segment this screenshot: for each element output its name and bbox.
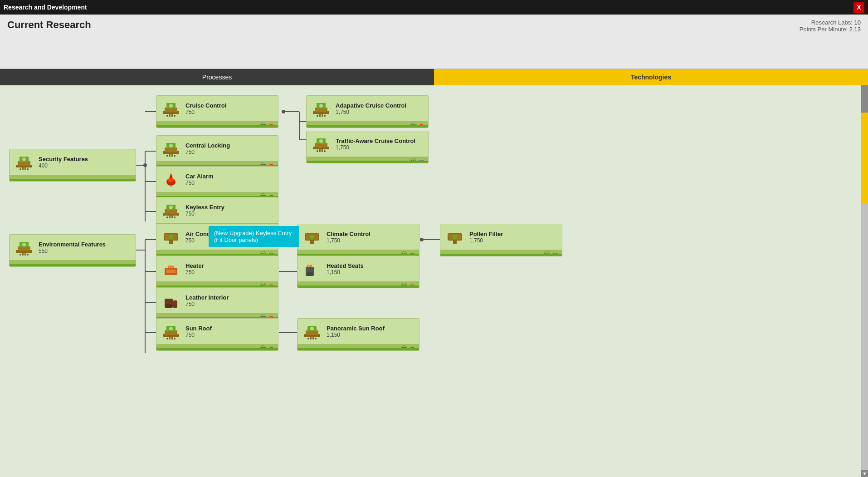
traffic-aware-icon [310, 133, 332, 155]
scrollbar-down-arrow[interactable]: ▼ [861, 470, 868, 477]
security-features-node[interactable]: Security Features 400 [9, 149, 136, 182]
close-button[interactable]: X [853, 2, 864, 13]
keyless-entry-cost: 750 [185, 211, 274, 217]
traffic-aware-cost: 1,750 [336, 144, 424, 151]
security-features-icon [13, 151, 35, 173]
svg-point-28 [169, 104, 173, 108]
climate-control-cost: 1,750 [327, 237, 415, 244]
svg-rect-105 [166, 304, 172, 308]
svg-point-60 [169, 144, 173, 148]
adaptive-cruise-control-node[interactable]: Adapative Cruise Control 1,750 ♾🚗 [306, 95, 429, 128]
svg-rect-68 [170, 185, 172, 187]
svg-rect-112 [171, 337, 173, 339]
svg-rect-30 [171, 114, 173, 117]
heated-seats-cost: 1,150 [327, 269, 415, 275]
svg-rect-82 [24, 253, 26, 256]
adaptive-cruise-cost: 1,750 [336, 109, 424, 115]
security-features-cost: 400 [39, 162, 132, 169]
keyless-entry-name: Keyless Entry [185, 204, 274, 211]
central-locking-name: Central Locking [185, 142, 274, 149]
pollen-filter-icon [444, 226, 466, 248]
svg-point-64 [174, 155, 176, 157]
leather-interior-node[interactable]: Leather Interior 750 ♾🚗 [156, 287, 278, 320]
svg-rect-62 [171, 154, 173, 157]
car-alarm-name: Car Alarm [185, 173, 274, 180]
svg-rect-29 [169, 114, 171, 117]
svg-rect-53 [22, 167, 24, 170]
tooltip: (New Upgrade) Keyless Entry (Fit Door pa… [209, 226, 299, 247]
svg-point-36 [319, 104, 323, 108]
svg-point-31 [166, 115, 168, 117]
svg-rect-54 [24, 167, 26, 170]
scrollbar-thumb[interactable] [861, 85, 868, 113]
points-per-minute-row: Points Per Minute: 2.13 [770, 26, 861, 33]
scrollbar[interactable]: ▼ [861, 85, 868, 477]
svg-point-39 [317, 115, 318, 117]
tab-technologies[interactable]: Technologies [434, 69, 868, 85]
car-alarm-node[interactable]: Car Alarm 750 ♾🚗 [156, 166, 278, 199]
svg-point-83 [20, 254, 21, 256]
svg-rect-103 [307, 272, 313, 276]
svg-marker-67 [169, 173, 173, 178]
central-locking-node[interactable]: Central Locking 750 ♾🚗 [156, 135, 278, 168]
heater-node[interactable]: Heater 750 ♾🚗 [156, 256, 278, 288]
traffic-aware-node[interactable]: Traffic-Aware Cruise Control 1,750 ♾🚗 [306, 131, 429, 163]
svg-point-92 [310, 235, 314, 239]
leather-interior-name: Leather Interior [185, 294, 274, 301]
climate-control-name: Climate Control [327, 231, 415, 237]
svg-point-72 [169, 206, 173, 209]
header-panel: Current Research Research Labs: 10 Point… [0, 15, 868, 69]
sun-roof-cost: 750 [185, 332, 274, 338]
svg-point-21 [143, 163, 147, 167]
heater-cost: 750 [185, 269, 274, 275]
svg-point-44 [319, 139, 323, 143]
svg-rect-98 [453, 241, 455, 244]
climate-control-node[interactable]: Climate Control 1,750 ♾🚗 [297, 224, 419, 256]
svg-rect-46 [322, 149, 323, 152]
svg-rect-89 [171, 241, 173, 244]
svg-rect-111 [169, 337, 171, 339]
svg-point-84 [27, 254, 29, 256]
svg-rect-74 [171, 216, 173, 218]
svg-rect-99 [455, 241, 457, 244]
air-conditioning-icon [160, 226, 182, 248]
connector-svg [0, 85, 868, 477]
heated-seats-icon [301, 258, 323, 280]
env-features-cost: 550 [39, 248, 132, 254]
tab-processes[interactable]: Processes [0, 69, 434, 85]
svg-rect-94 [312, 241, 314, 244]
car-alarm-icon [160, 168, 182, 190]
pollen-filter-node[interactable]: Pollen Filter 1,750 ♾🚗 [440, 224, 562, 256]
cruise-control-node[interactable]: Cruise Control 750 ♾🚗 [156, 95, 278, 128]
svg-rect-81 [22, 253, 24, 256]
sun-roof-node[interactable]: Sun Roof 750 ♾🚗 [156, 318, 278, 351]
environmental-features-node[interactable]: Environmental Features 550 [9, 234, 136, 267]
svg-point-32 [174, 115, 176, 117]
scrollbar-yellow-region[interactable] [861, 113, 868, 203]
leather-interior-cost: 750 [185, 301, 274, 307]
adaptive-cruise-name: Adapative Cruise Control [336, 102, 424, 109]
svg-point-97 [453, 235, 457, 239]
svg-point-118 [310, 327, 314, 330]
svg-point-113 [166, 338, 168, 339]
panoramic-sun-roof-name: Panoramic Sun Roof [327, 325, 415, 332]
svg-rect-101 [166, 270, 176, 273]
security-features-name: Security Features [39, 156, 132, 162]
svg-rect-38 [322, 114, 323, 117]
cruise-control-name: Cruise Control [185, 102, 274, 109]
pollen-filter-cost: 1,750 [469, 237, 558, 244]
car-alarm-cost: 750 [185, 180, 274, 186]
svg-point-40 [324, 115, 326, 117]
sun-roof-icon [160, 320, 182, 342]
svg-rect-120 [312, 337, 314, 339]
svg-point-56 [27, 168, 29, 170]
panoramic-sun-roof-node[interactable]: Panoramic Sun Roof 1,150 ♾🚗 [297, 318, 419, 351]
svg-point-80 [22, 243, 26, 246]
heater-icon [160, 258, 182, 280]
svg-rect-73 [169, 216, 171, 218]
svg-point-76 [174, 216, 176, 218]
research-labs-label: Research Labs: [811, 19, 853, 26]
heated-seats-node[interactable]: Heated Seats 1,150 ♾🚗 [297, 256, 419, 288]
traffic-aware-name: Traffic-Aware Cruise Control [336, 138, 424, 144]
panoramic-sun-roof-cost: 1,150 [327, 332, 415, 338]
